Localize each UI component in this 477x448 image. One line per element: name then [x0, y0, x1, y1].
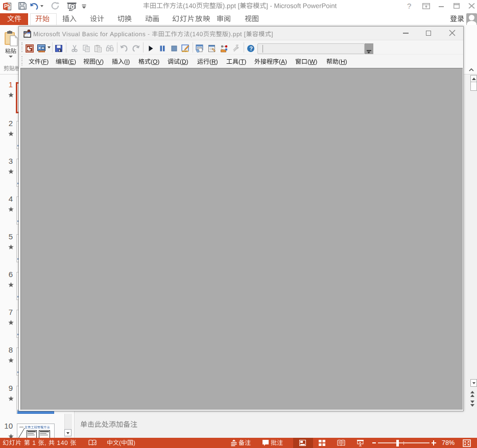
svg-text:P: P	[4, 3, 8, 9]
svg-text:?: ?	[249, 45, 253, 52]
